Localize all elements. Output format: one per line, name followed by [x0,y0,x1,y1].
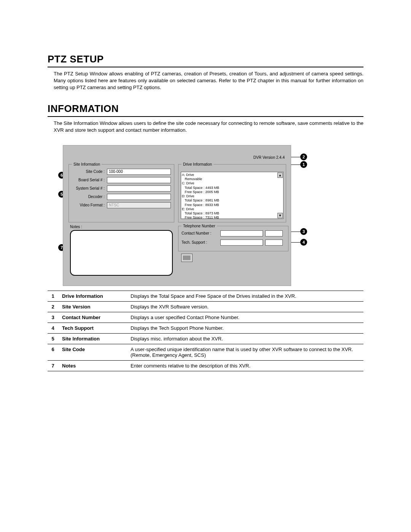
decoder-input[interactable] [107,194,171,200]
tech-support-label: Tech. Support : [182,240,220,244]
ref-title: Drive Information [58,291,127,301]
table-row: 3Contact NumberDisplays a user specified… [48,312,363,323]
information-window-screenshot: 6 5 7 2 1 3 4 DVR Version 2.4.4 Site Inf… [63,145,363,286]
board-serial-input[interactable] [107,177,171,183]
ref-number: 6 [48,344,58,360]
callout-reference-table: 1Drive InformationDisplays the Total Spa… [48,291,363,371]
drive-information-list[interactable]: A: Drive Removable C: Drive Total Space … [181,172,284,219]
callout-2: 2 [300,153,307,160]
heading-information: INFORMATION [48,103,363,115]
ref-title: Site Code [58,344,127,360]
site-code-input[interactable] [107,169,171,175]
ref-number: 1 [48,291,58,301]
ref-number: 5 [48,333,58,344]
notes-label: Notes : [70,225,82,229]
tech-support-ext-input[interactable] [265,240,283,246]
ref-desc: Displays a user specified Contact Phone … [127,312,363,323]
scroll-up-button[interactable]: ▲ [277,173,283,178]
dvr-version-label: DVR Version 2.4.4 [253,155,285,160]
system-serial-label: System Serial # : [72,186,107,190]
ref-title: Tech Support [58,323,127,333]
scroll-down-button[interactable]: ▼ [277,213,283,218]
table-row: 6Site CodeA user-specified unique identi… [48,344,363,360]
callout-4: 4 [300,239,307,246]
rule [48,116,363,117]
decoder-label: Decoder : [72,195,107,199]
table-row: 1Drive InformationDisplays the Total Spa… [48,291,363,301]
rule [48,67,363,67]
ref-title: Site Information [58,333,127,344]
notes-textarea[interactable] [70,230,173,276]
telephone-number-legend: Telephone Number [182,224,217,228]
tech-support-input[interactable] [220,240,263,246]
site-information-fieldset: Site Information Site Code : Board Seria… [68,162,174,222]
ref-desc: Displays misc. information about the XVR… [127,333,363,344]
ref-desc: Displays the Total Space and Free Space … [127,291,363,301]
ptz-paragraph: The PTZ Setup Window allows enabling of … [54,70,363,91]
board-serial-label: Board Serial # : [72,178,107,182]
information-panel: DVR Version 2.4.4 Site Information Site … [63,145,291,286]
table-row: 5Site InformationDisplays misc. informat… [48,333,363,344]
heading-ptz-setup: PTZ SETUP [48,53,363,65]
ref-desc: Displays the XVR Software version. [127,301,363,312]
contact-number-label: Contact Number : [182,231,220,235]
site-information-legend: Site Information [72,162,102,166]
drive-information-fieldset: Drive Information A: Drive Removable C: … [178,162,286,222]
ref-desc: Enter comments relative to the descripti… [127,360,363,371]
onscreen-keyboard-button[interactable] [181,254,193,262]
ref-title: Site Version [58,301,127,312]
contact-number-input[interactable] [220,230,263,236]
table-row: 2Site VersionDisplays the XVR Software v… [48,301,363,312]
ref-number: 3 [48,312,58,323]
system-serial-input[interactable] [107,185,171,192]
callout-1: 1 [300,161,307,168]
site-code-label: Site Code : [72,169,107,174]
callout-3: 3 [300,228,307,235]
ref-number: 4 [48,323,58,333]
telephone-number-fieldset: Telephone Number Contact Number : Tech. … [178,224,288,251]
drive-information-legend: Drive Information [182,162,213,166]
ref-desc: A user-specified unique identification n… [127,344,363,360]
ref-title: Contact Number [58,312,127,323]
info-paragraph: The Site Information Window allows users… [54,120,363,134]
ref-title: Notes [58,360,127,371]
table-row: 7NotesEnter comments relative to the des… [48,360,363,371]
video-format-input [107,202,171,208]
ref-number: 7 [48,360,58,371]
ref-number: 2 [48,301,58,312]
ref-desc: Displays the Tech Support Phone Number. [127,323,363,333]
video-format-label: Video Format : [72,203,107,207]
table-row: 4Tech SupportDisplays the Tech Support P… [48,323,363,333]
contact-number-ext-input[interactable] [265,230,283,236]
